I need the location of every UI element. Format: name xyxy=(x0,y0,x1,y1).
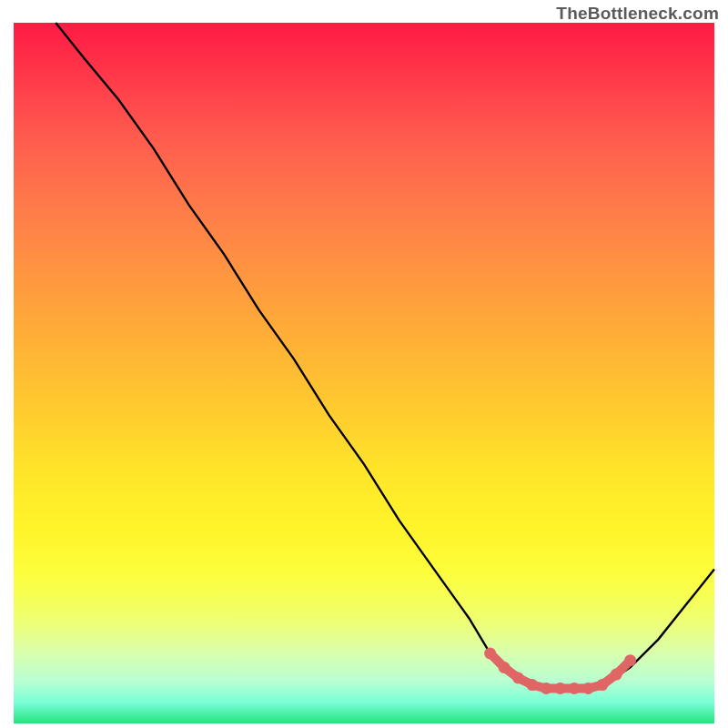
optimal-range-dot xyxy=(499,662,511,673)
optimal-range-dot xyxy=(541,682,552,694)
bottleneck-curve xyxy=(56,23,714,689)
optimal-range-dot xyxy=(526,679,538,691)
optimal-range-dot xyxy=(624,654,636,666)
optimal-range-dot xyxy=(569,682,581,694)
optimal-range-dot xyxy=(512,672,524,684)
attribution-label: TheBottleneck.com xyxy=(556,4,719,24)
optimal-range-dot xyxy=(484,648,496,660)
optimal-range-dot xyxy=(596,679,608,691)
optimal-range-dot xyxy=(582,682,594,694)
optimal-range-dot xyxy=(611,669,622,681)
chart-overlay xyxy=(14,23,714,723)
optimal-range-dot xyxy=(554,682,566,694)
optimal-range-markers xyxy=(484,648,636,695)
